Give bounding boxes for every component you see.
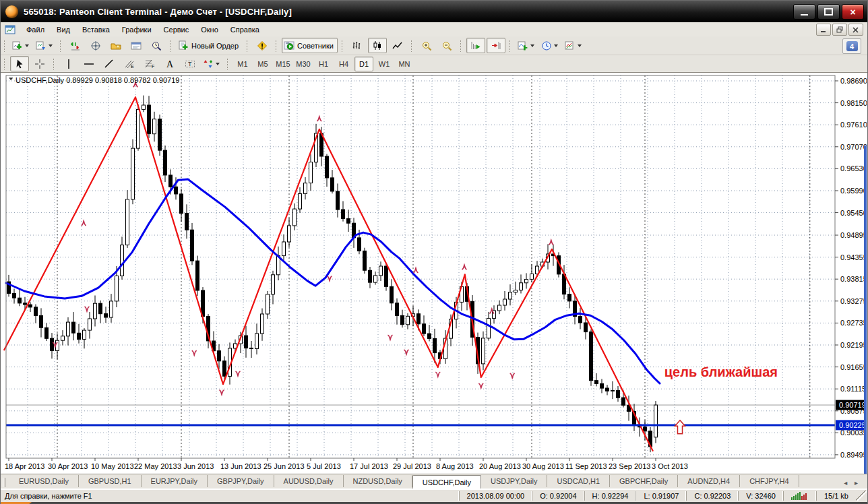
templates-button[interactable]: [563, 38, 585, 53]
menu-item-1[interactable]: Вид: [51, 24, 76, 35]
timeframe-m1-button[interactable]: M1: [233, 57, 252, 71]
app-logo-icon: [5, 5, 18, 18]
minimize-button[interactable]: [793, 4, 815, 20]
channel-icon: E: [124, 59, 135, 69]
zoom-in-button[interactable]: [417, 38, 436, 53]
new-order-label: Новый Ордер: [191, 42, 239, 50]
bar-chart-button[interactable]: [348, 38, 367, 53]
strategy-tester-button[interactable]: [147, 38, 166, 53]
toolbar-group-handle: [410, 40, 413, 52]
hline-button[interactable]: [80, 56, 98, 71]
mdi-restore-button[interactable]: [832, 24, 847, 36]
chart-tab-gbpusd[interactable]: GBPUSD,H1: [79, 475, 142, 487]
price-badge-label: 0.90719: [839, 401, 866, 409]
timeframe-m30-button[interactable]: M30: [294, 57, 313, 71]
resize-grip[interactable]: [856, 491, 867, 501]
price-tick-label: 0.94895: [840, 231, 867, 239]
chart-tab-chfjpy[interactable]: CHFJPY,H4: [740, 475, 799, 487]
timeframe-m5-button[interactable]: M5: [253, 57, 272, 71]
trendline-icon: [104, 59, 115, 69]
tab-scroll-arrows[interactable]: ◂ ▸: [844, 479, 861, 486]
cursor-button[interactable]: [10, 56, 29, 71]
toolbar-group-handle: [3, 58, 6, 70]
periods-button[interactable]: [539, 38, 561, 53]
market-watch-button[interactable]: [66, 38, 85, 53]
chart-tab-eurjpy[interactable]: EURJPY,Daily: [142, 475, 208, 487]
menu-item-6[interactable]: Справка: [224, 24, 266, 35]
date-tick-label: 11 Sep 2013: [565, 462, 607, 470]
indicators-icon: [518, 40, 528, 51]
menu-item-5[interactable]: Окно: [195, 24, 224, 35]
shapes-button[interactable]: [201, 56, 223, 71]
profiles-button[interactable]: [34, 38, 56, 53]
price-tick-label: 0.97610: [840, 121, 867, 129]
price-tick-label: 0.96530: [840, 164, 867, 172]
indicators-button[interactable]: [516, 38, 538, 53]
main-toolbar: 4 Новый ОрдерСоветники: [1, 36, 867, 55]
chart-tab-usdjpy[interactable]: USDJPY,Daily: [481, 475, 548, 487]
timeframe-mn-button[interactable]: MN: [395, 57, 414, 71]
new-chart-icon: [12, 40, 23, 51]
chart-tab-usdchf[interactable]: USDCHF,Daily: [412, 475, 481, 489]
experts-icon: [284, 40, 294, 51]
trendline-button[interactable]: [100, 56, 119, 71]
chart-tab-eurusd[interactable]: EURUSD,Daily: [9, 475, 79, 487]
timeframe-w1-button[interactable]: W1: [375, 57, 394, 71]
metaeditor-button[interactable]: [253, 38, 272, 53]
menu-item-2[interactable]: Вставка: [76, 24, 116, 35]
menu-item-0[interactable]: Файл: [20, 24, 51, 35]
chart-window[interactable]: цель ближайшая0.986900.981500.976100.970…: [1, 72, 867, 474]
date-tick-label: 13 Jun 2013: [220, 462, 261, 470]
text-button[interactable]: A: [160, 56, 179, 71]
label-button[interactable]: T: [181, 56, 199, 71]
zoom-out-button[interactable]: [437, 38, 456, 53]
chart-shift-button[interactable]: [487, 38, 505, 53]
menu-bar: ФайлВидВставкаГрафикиСервисОкноСправка: [1, 22, 867, 37]
crosshair-button[interactable]: [30, 56, 49, 71]
chevron-down-icon: [25, 44, 29, 47]
mdi-minimize-button[interactable]: [816, 24, 831, 36]
toolbar-group-handle: [53, 58, 55, 70]
terminal-button[interactable]: [127, 38, 146, 53]
vline-button[interactable]: [59, 56, 78, 71]
experts-button[interactable]: Советники: [282, 38, 338, 53]
terminal-icon: [131, 40, 142, 51]
price-tick-label: 0.95990: [840, 187, 867, 195]
timeframe-h1-button[interactable]: H1: [314, 57, 333, 71]
channel-button[interactable]: E: [120, 56, 139, 71]
price-chart[interactable]: цель ближайшая0.986900.981500.976100.970…: [3, 74, 867, 474]
menu-item-4[interactable]: Сервис: [158, 24, 195, 35]
data-window-button[interactable]: [86, 38, 105, 53]
line-chart-button[interactable]: [388, 38, 407, 53]
close-button[interactable]: ×: [842, 4, 864, 20]
new-order-button[interactable]: Новый Ордер: [176, 38, 243, 53]
chart-tab-usdcad[interactable]: USDCAD,H1: [547, 475, 610, 487]
chart-tab-audusd[interactable]: AUDUSD,Daily: [274, 475, 344, 487]
chart-tab-gbpjpy[interactable]: GBPJPY,Daily: [208, 475, 274, 487]
navigator-button[interactable]: [106, 38, 125, 53]
terminal-window: 565018: Panteon Client Terminal - Демо С…: [0, 0, 868, 504]
notifications-button[interactable]: 4: [842, 38, 861, 54]
menu-item-3[interactable]: Графики: [116, 24, 158, 35]
auto-scroll-button[interactable]: [466, 38, 485, 53]
price-tick-label: 0.92195: [840, 341, 867, 349]
timeframe-d1-button[interactable]: D1: [354, 57, 373, 71]
fibonacci-button[interactable]: F: [140, 56, 159, 71]
new-chart-button[interactable]: [10, 38, 32, 53]
date-tick-label: 23 Sep 2013: [609, 462, 650, 470]
mdi-close-button[interactable]: [848, 24, 863, 36]
data-window-icon: [90, 40, 101, 51]
candle-chart-button[interactable]: [368, 38, 387, 53]
chart-tab-gbpchf[interactable]: GBPCHF,Daily: [610, 475, 678, 487]
chart-background: [3, 74, 867, 474]
date-tick-label: 29 Jul 2013: [393, 462, 431, 470]
line-chart-icon: [392, 40, 403, 51]
maximize-button[interactable]: [817, 4, 840, 20]
chart-tab-nzdusd[interactable]: NZDUSD,Daily: [344, 475, 412, 487]
timeframe-h4-button[interactable]: H4: [334, 57, 353, 71]
date-tick-label: 20 Aug 2013: [479, 462, 521, 470]
price-badge-label: 0.90225: [839, 421, 866, 429]
chart-tab-audnzd[interactable]: AUDNZD,H4: [678, 475, 740, 487]
status-volume: V: 32460: [738, 491, 783, 501]
timeframe-m15-button[interactable]: M15: [274, 57, 292, 71]
